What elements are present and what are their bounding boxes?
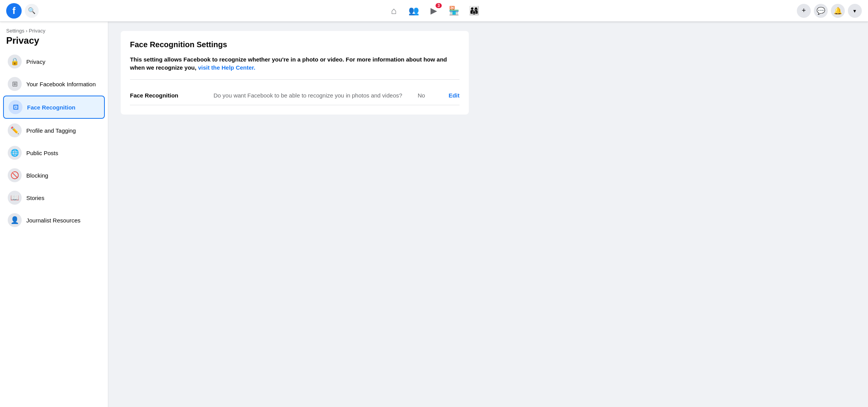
account-menu-button[interactable]: ▾	[848, 4, 862, 18]
content-description: This setting allows Facebook to recogniz…	[130, 55, 460, 72]
nav-home-button[interactable]: ⌂	[384, 2, 403, 20]
journalist-resources-icon: 👤	[8, 213, 22, 227]
chevron-down-icon: ▾	[853, 8, 856, 14]
home-icon: ⌂	[391, 5, 397, 16]
sidebar-item-label: Public Posts	[26, 150, 58, 156]
nav-watch-button[interactable]: ▶ 3	[425, 2, 443, 20]
face-recognition-icon: ⊡	[9, 100, 22, 114]
privacy-icon: 🔒	[8, 55, 22, 68]
groups-icon: 👨‍👩‍👧	[469, 6, 479, 16]
sidebar-item-public-posts[interactable]: 🌐 Public Posts	[3, 142, 105, 164]
sidebar-item-label: Face Recognition	[27, 104, 75, 111]
watch-badge: 3	[436, 3, 442, 8]
notifications-button[interactable]: 🔔	[831, 4, 845, 18]
sidebar-item-label: Stories	[26, 195, 44, 201]
sidebar-item-privacy[interactable]: 🔒 Privacy	[3, 51, 105, 72]
stories-icon: 📖	[8, 191, 22, 205]
sidebar-item-stories[interactable]: 📖 Stories	[3, 187, 105, 209]
breadcrumb: Settings › Privacy	[3, 28, 105, 34]
create-button[interactable]: +	[797, 4, 811, 18]
sidebar-item-face-recognition[interactable]: ⊡ Face Recognition	[3, 96, 105, 119]
top-navigation: f 🔍 ⌂ 👥 ▶ 3 🏪 👨‍👩‍👧 + 💬 🔔	[0, 0, 868, 22]
messenger-button[interactable]: 💬	[814, 4, 828, 18]
messenger-icon: 💬	[817, 7, 825, 15]
sidebar: Settings › Privacy Privacy 🔒 Privacy ⊞ Y…	[0, 22, 108, 407]
nav-friends-button[interactable]: 👥	[405, 2, 423, 20]
nav-right: + 💬 🔔 ▾	[577, 4, 862, 18]
section-divider	[130, 79, 460, 80]
facebook-logo: f	[6, 3, 22, 19]
sidebar-item-label: Blocking	[26, 172, 48, 179]
nav-marketplace-button[interactable]: 🏪	[445, 2, 463, 20]
page-layout: Settings › Privacy Privacy 🔒 Privacy ⊞ Y…	[0, 22, 868, 407]
sidebar-item-journalist-resources[interactable]: 👤 Journalist Resources	[3, 209, 105, 231]
sidebar-item-blocking[interactable]: 🚫 Blocking	[3, 164, 105, 186]
face-recognition-setting-row: Face Recognition Do you want Facebook to…	[130, 86, 460, 105]
content-card: Face Recognition Settings This setting a…	[121, 31, 469, 115]
nav-center: ⌂ 👥 ▶ 3 🏪 👨‍👩‍👧	[291, 2, 576, 20]
sidebar-item-label: Your Facebook Information	[26, 81, 96, 87]
search-button[interactable]: 🔍	[25, 4, 39, 18]
help-center-link[interactable]: visit the Help Center.	[198, 64, 255, 71]
marketplace-icon: 🏪	[449, 6, 459, 16]
profile-tagging-icon: ✏️	[8, 123, 22, 137]
setting-label: Face Recognition	[130, 92, 207, 99]
friends-icon: 👥	[408, 6, 419, 16]
setting-description: Do you want Facebook to be able to recog…	[214, 92, 412, 99]
sidebar-item-label: Profile and Tagging	[26, 127, 76, 134]
sidebar-title: Privacy	[3, 35, 105, 46]
description-text: This setting allows Facebook to recogniz…	[130, 56, 447, 71]
create-icon: +	[802, 7, 806, 15]
sidebar-item-label: Journalist Resources	[26, 217, 80, 224]
sidebar-item-label: Privacy	[26, 58, 45, 65]
facebook-info-icon: ⊞	[8, 77, 22, 91]
blocking-icon: 🚫	[8, 168, 22, 182]
notifications-icon: 🔔	[834, 7, 842, 15]
main-content: Face Recognition Settings This setting a…	[108, 22, 868, 407]
nav-groups-button[interactable]: 👨‍👩‍👧	[465, 2, 484, 20]
nav-left: f 🔍	[6, 3, 291, 19]
edit-button[interactable]: Edit	[449, 92, 460, 99]
setting-value: No	[418, 92, 449, 99]
page-title: Face Recognition Settings	[130, 40, 460, 49]
public-posts-icon: 🌐	[8, 146, 22, 160]
search-icon: 🔍	[28, 7, 36, 14]
sidebar-item-profile-tagging[interactable]: ✏️ Profile and Tagging	[3, 120, 105, 141]
sidebar-item-facebook-info[interactable]: ⊞ Your Facebook Information	[3, 73, 105, 95]
